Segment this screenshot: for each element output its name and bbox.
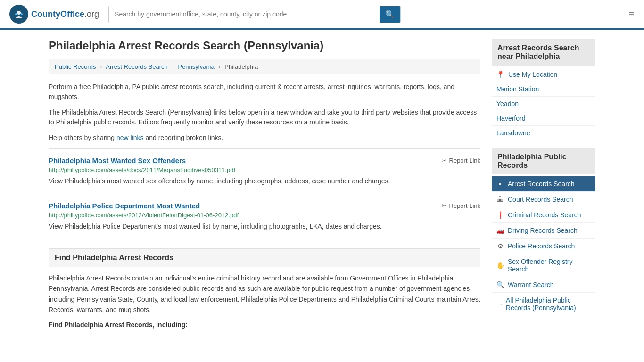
sidebar-nearby-merion[interactable]: Merion Station (492, 82, 595, 97)
report-link-0[interactable]: ✂ Report Link (442, 157, 480, 164)
sidebar-link-police-records[interactable]: ⚙ Police Records Search (492, 239, 595, 254)
sidebar-nearby-lansdowne[interactable]: Lansdowne (492, 126, 595, 140)
search-button[interactable]: 🔍 (380, 6, 400, 23)
intro-paragraph-3: Help others by sharing new links and rep… (49, 133, 480, 143)
use-my-location-label: Use My Location (508, 71, 557, 78)
breadcrumb-sep3: › (218, 63, 220, 70)
sidebar-link-arrest-label: Arrest Records Search (508, 180, 575, 188)
sidebar-link-criminal-records[interactable]: ❗ Criminal Records Search (492, 207, 595, 223)
sidebar-link-arrest-records[interactable]: ▪ Arrest Records Search (492, 176, 595, 192)
svg-point-3 (21, 13, 23, 15)
search-input[interactable] (109, 7, 380, 22)
sidebar-link-warrant-label: Warrant Search (508, 281, 554, 288)
sidebar-nearby-block: Arrest Records Search near Philadelphia … (492, 39, 595, 140)
sidebar: Arrest Records Search near Philadelphia … (492, 39, 595, 329)
find-section-heading: Find Philadelphia Arrest Records (49, 248, 480, 267)
driving-records-icon: 🚗 (496, 227, 504, 234)
sidebar-link-sex-offender-label: Sex Offender Registry Search (508, 258, 591, 273)
sidebar-nearby-lansdowne-label: Lansdowne (496, 129, 530, 137)
logo-link[interactable]: CountyOffice.org (9, 5, 99, 24)
sidebar-link-sex-offender[interactable]: ✋ Sex Offender Registry Search (492, 254, 595, 277)
sidebar-nearby-yeadon-label: Yeadon (496, 100, 519, 107)
sidebar-public-records-block: Philadelphia Public Records ▪ Arrest Rec… (492, 148, 595, 315)
breadcrumb-arrest-records[interactable]: Arrest Records Search (106, 63, 168, 70)
sidebar-link-court-label: Court Records Search (508, 196, 573, 203)
intro-paragraph-1: Perform a free Philadelphia, PA public a… (49, 82, 480, 102)
sidebar-nearby-merion-label: Merion Station (496, 85, 539, 93)
sidebar-nearby-haverford[interactable]: Haverford (492, 111, 595, 126)
record-url-1[interactable]: http://phillypolice.com/assets/2012/Viol… (49, 212, 480, 219)
record-desc-0: View Philadelphia's most wanted sex offe… (49, 176, 480, 186)
sidebar-use-my-location[interactable]: 📍 Use My Location (492, 67, 595, 82)
record-block-1-header: Philadelphia Police Department Most Want… (49, 202, 480, 210)
police-records-icon: ⚙ (496, 242, 504, 250)
svg-point-2 (15, 13, 17, 15)
find-section-subheading: Find Philadelphia Arrest Records, includ… (49, 321, 480, 329)
scissors-icon-0: ✂ (442, 157, 447, 164)
all-link-arrow-icon: → (496, 300, 503, 308)
logo-icon (9, 5, 28, 24)
intro3-prefix: Help others by sharing (49, 134, 116, 141)
sidebar-nearby-yeadon[interactable]: Yeadon (492, 97, 595, 111)
sidebar-link-warrant[interactable]: 🔍 Warrant Search (492, 277, 595, 293)
new-links-link[interactable]: new links (116, 134, 144, 141)
sidebar-link-court-records[interactable]: 🏛 Court Records Search (492, 192, 595, 207)
svg-point-1 (17, 11, 21, 15)
search-bar: 🔍 (108, 6, 401, 23)
page-title: Philadelphia Arrest Records Search (Penn… (49, 39, 480, 52)
main-container: Philadelphia Arrest Records Search (Penn… (39, 30, 605, 338)
intro3-suffix: and reporting broken links. (144, 134, 223, 141)
intro-paragraph-2: The Philadelphia Arrest Records Search (… (49, 107, 480, 127)
criminal-records-icon: ❗ (496, 211, 504, 219)
breadcrumb: Public Records › Arrest Records Search ›… (49, 59, 480, 74)
sidebar-link-criminal-label: Criminal Records Search (508, 211, 581, 219)
court-records-icon: 🏛 (496, 196, 504, 203)
record-title-0[interactable]: Philadelphia Most Wanted Sex Offenders (49, 156, 186, 165)
content-area: Philadelphia Arrest Records Search (Penn… (49, 39, 480, 329)
report-link-1[interactable]: ✂ Report Link (442, 202, 480, 209)
record-url-0[interactable]: http://phillypolice.com/assets/docs/2011… (49, 166, 480, 173)
breadcrumb-sep1: › (100, 63, 102, 70)
location-icon: 📍 (496, 71, 504, 78)
breadcrumb-pennsylvania[interactable]: Pennsylvania (178, 63, 214, 70)
warrant-icon: 🔍 (496, 281, 504, 288)
sidebar-link-police-label: Police Records Search (508, 242, 575, 250)
record-block-0: Philadelphia Most Wanted Sex Offenders ✂… (49, 148, 480, 194)
logo-text: CountyOffice.org (31, 9, 99, 19)
site-header: CountyOffice.org 🔍 ≡ (0, 0, 644, 30)
sidebar-all-link[interactable]: → All Philadelphia Public Records (Penns… (492, 293, 595, 315)
menu-button[interactable]: ≡ (628, 8, 635, 20)
breadcrumb-philadelphia: Philadelphia (224, 63, 258, 70)
sex-offender-icon: ✋ (496, 262, 504, 269)
sidebar-link-driving-label: Driving Records Search (508, 227, 578, 234)
search-icon: 🔍 (385, 10, 395, 18)
record-block-1: Philadelphia Police Department Most Want… (49, 194, 480, 239)
find-section-body: Philadelphia Arrest Records contain an i… (49, 273, 480, 315)
record-title-1[interactable]: Philadelphia Police Department Most Want… (49, 202, 200, 210)
scissors-icon-1: ✂ (442, 202, 447, 209)
sidebar-all-link-label: All Philadelphia Public Records (Pennsyl… (506, 296, 591, 312)
breadcrumb-sep2: › (172, 63, 173, 70)
breadcrumb-public-records[interactable]: Public Records (55, 63, 96, 70)
report-label-1: Report Link (449, 202, 480, 209)
record-desc-1: View Philadelphia Police Department's mo… (49, 222, 480, 231)
sidebar-nearby-title: Arrest Records Search near Philadelphia (492, 39, 595, 66)
menu-icon: ≡ (628, 8, 635, 20)
arrest-records-icon: ▪ (496, 180, 504, 188)
report-label-0: Report Link (449, 157, 480, 164)
record-block-0-header: Philadelphia Most Wanted Sex Offenders ✂… (49, 156, 480, 165)
sidebar-nearby-haverford-label: Haverford (496, 115, 525, 122)
sidebar-public-records-title: Philadelphia Public Records (492, 148, 595, 174)
sidebar-link-driving-records[interactable]: 🚗 Driving Records Search (492, 223, 595, 239)
